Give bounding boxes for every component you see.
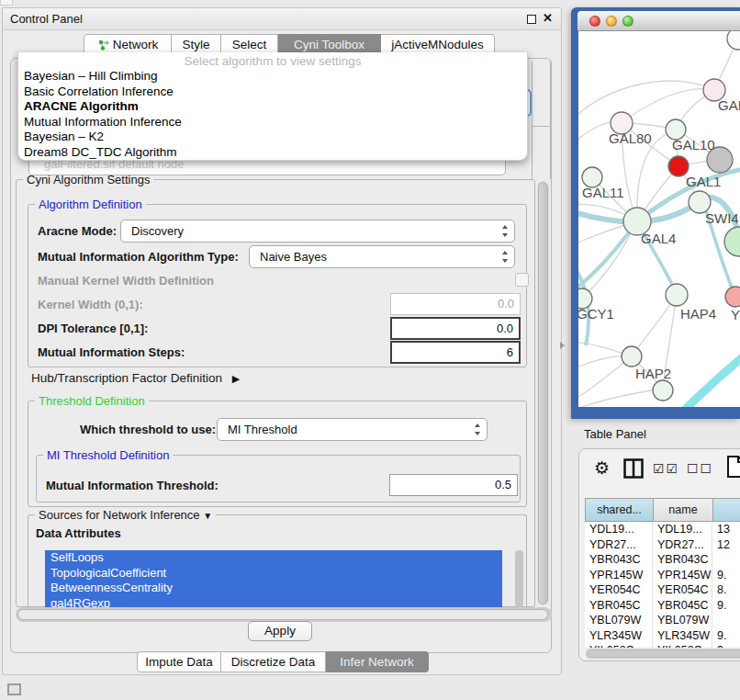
- table-cell: 9.: [712, 598, 740, 614]
- attribute-list-scrollbar[interactable]: [515, 550, 523, 607]
- network-window-titlebar[interactable]: [577, 11, 740, 31]
- table-cell: YBR043C: [585, 552, 653, 568]
- attribute-item-SelfLoops[interactable]: SelfLoops: [45, 550, 502, 566]
- table-cell: YPR145W: [653, 568, 712, 583]
- panel-horizontal-scrollbar[interactable]: [16, 607, 552, 622]
- which-threshold-combo[interactable]: MI Threshold: [217, 418, 488, 441]
- dock-panel-icon[interactable]: [7, 683, 21, 695]
- table-row-YDL19...[interactable]: YDL19...YDL19...13: [585, 522, 740, 537]
- tab-cyni-toolbox-label: Cyni Toolbox: [294, 38, 364, 51]
- network-node-label-GAL1: GAL1: [686, 174, 721, 189]
- dropdown-item-0[interactable]: Bayesian – Hill Climbing: [18, 69, 527, 85]
- zoom-traffic-light[interactable]: [622, 16, 633, 27]
- aracne-mode-label: Aracne Mode:: [38, 224, 117, 238]
- apply-button[interactable]: Apply: [248, 621, 312, 641]
- deselect-all-checkboxes-icon[interactable]: ☐☐: [687, 461, 713, 476]
- algorithm-dropdown-list: Select algorithm to view settings Bayesi…: [17, 52, 528, 161]
- columns-icon[interactable]: [623, 458, 644, 482]
- panel-vertical-scrollbar[interactable]: [537, 181, 549, 605]
- network-node-node-gray[interactable]: [707, 147, 733, 173]
- tab-style-label: Style: [182, 38, 209, 51]
- tab-infer-network[interactable]: Infer Network: [326, 651, 429, 672]
- threshold-definition-title: Threshold Definition: [35, 394, 149, 408]
- tab-network-label: Network: [113, 38, 159, 51]
- dropdown-item-4[interactable]: Bayesian – K2: [18, 130, 527, 145]
- network-node-HAP4[interactable]: [666, 284, 688, 306]
- manual-kernel-label: Manual Kernel Width Definition: [38, 274, 214, 288]
- network-node-node-bottom[interactable]: [653, 380, 673, 401]
- groupbox-fragment: [550, 62, 551, 179]
- export-table-icon[interactable]: [726, 455, 740, 482]
- table-row-YLR345W[interactable]: YLR345WYLR345W9.: [585, 628, 740, 644]
- column-header-shared-name[interactable]: shared...: [585, 498, 653, 522]
- control-panel: Control Panel ✕ Network Style Select Cyn…: [2, 7, 562, 675]
- network-view-window: GAL7GAL80GAL10GAL1GAL11SWI4GAL4GCY1HAP4Y…: [571, 7, 740, 419]
- table-row-YBL079W[interactable]: YBL079WYBL079W: [585, 613, 740, 628]
- table-cell: YPR145W: [585, 568, 653, 583]
- select-all-checkboxes-icon[interactable]: ☑☑: [653, 461, 679, 476]
- column-header-partial[interactable]: [712, 498, 740, 522]
- network-node-label-GAL7: GAL7: [718, 97, 740, 113]
- screenshot-root: Control Panel ✕ Network Style Select Cyn…: [0, 0, 740, 700]
- table-cell: 9.: [712, 628, 740, 644]
- dropdown-item-1[interactable]: Basic Correlation Inference: [18, 85, 527, 100]
- table-row-YBR045C[interactable]: YBR045CYBR045C9.: [585, 598, 740, 614]
- network-node-node-big-green[interactable]: [724, 227, 740, 256]
- sources-title[interactable]: Sources for Network Inference ▼: [35, 508, 216, 522]
- sources-group: Sources for Network Inference ▼ Data Att…: [28, 514, 527, 608]
- table-cell: YDR27...: [585, 537, 653, 553]
- tab-discretize-data[interactable]: Discretize Data: [221, 651, 326, 672]
- table-row-YBR043C[interactable]: YBR043CYBR043C: [585, 552, 740, 568]
- table-cell: 9.: [712, 568, 740, 583]
- attribute-item-BetweennessCentrality[interactable]: BetweennessCentrality: [45, 581, 502, 596]
- float-window-icon[interactable]: [527, 15, 536, 24]
- table-panel-title: Table Panel: [584, 427, 646, 441]
- aracne-mode-combo[interactable]: Discovery: [120, 220, 515, 243]
- minimize-traffic-light[interactable]: [606, 16, 617, 27]
- which-threshold-value: MI Threshold: [228, 423, 297, 436]
- attribute-item-TopologicalCoefficient[interactable]: TopologicalCoefficient: [45, 566, 502, 581]
- mi-threshold-field[interactable]: 0.5: [389, 474, 518, 496]
- table-cell: YBR045C: [585, 598, 653, 614]
- data-attributes-label: Data Attributes: [36, 526, 121, 540]
- network-node-node-top[interactable]: [727, 31, 740, 50]
- tab-infer-network-label: Infer Network: [340, 655, 413, 669]
- table-cell: [712, 552, 740, 568]
- table-row-YDR27...[interactable]: YDR27...YDR27...12: [585, 537, 740, 553]
- table-horizontal-scrollbar[interactable]: [585, 648, 740, 660]
- dropdown-item-2[interactable]: ARACNE Algorithm: [18, 99, 527, 115]
- split-pane-handle[interactable]: [560, 342, 565, 349]
- network-node-node-salmon[interactable]: [725, 287, 740, 307]
- network-node-HAP2[interactable]: [622, 346, 642, 367]
- dropdown-item-5[interactable]: Dream8 DC_TDC Algorithm: [18, 145, 527, 161]
- dropdown-item-3[interactable]: Mutual Information Inference: [18, 115, 527, 130]
- gear-icon[interactable]: ⚙: [594, 457, 610, 479]
- table-cell: YDL19...: [653, 522, 712, 537]
- network-node-label-GAL4: GAL4: [641, 231, 676, 246]
- column-header-name[interactable]: name: [653, 498, 712, 522]
- manual-kernel-checkbox[interactable]: [515, 273, 529, 287]
- hub-tf-definition-expander[interactable]: Hub/Transcription Factor Definition ▶: [31, 371, 240, 385]
- network-canvas[interactable]: GAL7GAL80GAL10GAL1GAL11SWI4GAL4GCY1HAP4Y…: [578, 31, 740, 407]
- combo-arrows-icon: [474, 423, 482, 436]
- network-edge: [685, 355, 740, 407]
- table-cell: 12: [712, 537, 740, 553]
- table-cell: YDR27...: [653, 537, 712, 553]
- mi-steps-field[interactable]: 6: [390, 341, 521, 364]
- mi-type-combo[interactable]: Naive Bayes: [249, 245, 515, 268]
- table-cell: YBR043C: [653, 552, 712, 568]
- table-row-YPR145W[interactable]: YPR145WYPR145W9.: [585, 568, 740, 583]
- table-cell: YLR345W: [585, 628, 653, 644]
- close-icon[interactable]: ✕: [543, 11, 553, 25]
- table-cell: YER054C: [585, 582, 653, 598]
- table-cell: YBR045C: [653, 598, 712, 614]
- table-cell: YDL19...: [585, 522, 653, 537]
- close-traffic-light[interactable]: [589, 16, 600, 27]
- kernel-width-field[interactable]: 0.0: [390, 293, 521, 315]
- dpi-tolerance-label: DPI Tolerance [0,1]:: [38, 322, 148, 335]
- dpi-tolerance-field[interactable]: 0.0: [390, 317, 521, 340]
- mi-threshold-label: Mutual Information Threshold:: [46, 479, 219, 492]
- kernel-width-label: Kernel Width (0,1):: [38, 298, 143, 311]
- table-row-YER054C[interactable]: YER054CYER054C8.: [585, 582, 740, 598]
- tab-impute-data[interactable]: Impute Data: [137, 651, 221, 672]
